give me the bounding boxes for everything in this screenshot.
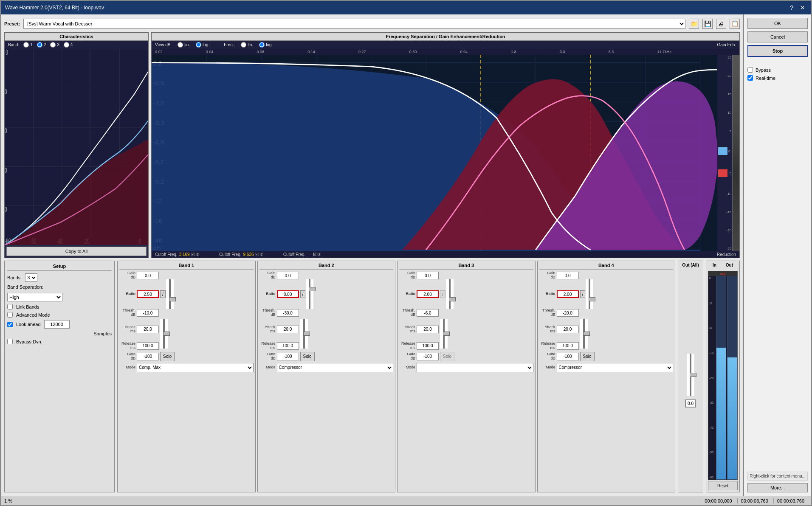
- out-all-slider[interactable]: [687, 354, 694, 396]
- bands-select[interactable]: 3 1 2 4: [25, 273, 37, 282]
- reset-btn[interactable]: Reset: [708, 481, 738, 490]
- freq-log-label[interactable]: log.: [259, 42, 273, 48]
- band2-gate-input[interactable]: [277, 353, 299, 360]
- band4-attack-input[interactable]: [557, 326, 579, 333]
- title-controls: ? ✕: [788, 4, 807, 11]
- band4-gain-input[interactable]: [557, 272, 579, 279]
- band1-attack-row: Attackms: [119, 319, 254, 340]
- band1-ratio-slider[interactable]: [166, 279, 174, 309]
- preset-copy-btn[interactable]: 📋: [730, 19, 740, 29]
- more-btn[interactable]: More...: [747, 483, 808, 492]
- lookahead-input[interactable]: [44, 320, 70, 329]
- band3-thresh-input[interactable]: [417, 309, 439, 317]
- lookahead-checkbox[interactable]: [7, 322, 13, 327]
- band1-thresh-input[interactable]: [137, 309, 159, 317]
- band1-release-input[interactable]: [137, 342, 159, 350]
- band2-gain-input[interactable]: [277, 272, 299, 279]
- help-button[interactable]: ?: [788, 4, 795, 11]
- band1-solo-btn[interactable]: Solo: [160, 352, 175, 361]
- band4-release-input[interactable]: [557, 342, 579, 350]
- view-lin-radio[interactable]: [178, 42, 183, 48]
- preset-bar: Preset: [Sys] Warm Vocal with Deesser 📁 …: [4, 18, 740, 30]
- band2-release-input[interactable]: [277, 342, 299, 350]
- band4-solo-btn[interactable]: Solo: [580, 352, 595, 361]
- band2-thresh-input[interactable]: [277, 309, 299, 317]
- gain-bar-blue: [718, 147, 727, 155]
- band3-gate-input[interactable]: [417, 353, 439, 360]
- char-graph: 0 -20 -40 -60 -80 -80 -60 -40 -20 0: [5, 49, 148, 245]
- freq-graph-area: 0.2 -0.8 -2.0 -3.3 -4.8 -6.7 -9.2 -12 -1…: [152, 55, 739, 251]
- band-sep-select[interactable]: High Low Medium: [7, 293, 62, 301]
- band4-ratio-slider[interactable]: [586, 279, 593, 309]
- link-bands-label: Link Bands: [16, 304, 39, 309]
- view-log-radio[interactable]: [196, 42, 201, 48]
- band4-radio[interactable]: [64, 42, 69, 48]
- preset-select[interactable]: [Sys] Warm Vocal with Deesser: [23, 19, 685, 29]
- freq-lin-radio[interactable]: [241, 42, 246, 48]
- in-meter-fill: [716, 348, 726, 479]
- band4-label[interactable]: 4: [64, 42, 73, 48]
- band1-label[interactable]: 1: [23, 42, 33, 48]
- band1-ratio-btn[interactable]: /: [160, 290, 166, 298]
- band2-ratio-btn[interactable]: /: [300, 290, 306, 298]
- band2-mode-row: Mode Compressor Comp. Max: [259, 363, 394, 372]
- band1-attack-input[interactable]: [137, 326, 159, 333]
- ratio-label-4: Ratio: [539, 292, 555, 296]
- band1-radio[interactable]: [23, 42, 29, 48]
- band2-label[interactable]: 2: [37, 42, 46, 48]
- band4-gate-input[interactable]: [557, 353, 579, 360]
- view-log-label[interactable]: log.: [196, 42, 209, 48]
- band2-solo-btn[interactable]: Solo: [300, 352, 315, 361]
- stop-btn[interactable]: Stop: [747, 45, 808, 57]
- bypass-dyn-checkbox[interactable]: [7, 339, 13, 344]
- band2-radio[interactable]: [37, 42, 42, 48]
- band2-mode-select[interactable]: Compressor Comp. Max: [277, 363, 394, 372]
- band4-mode-select[interactable]: Compressor Comp. Max: [557, 363, 674, 372]
- band3-gain-input[interactable]: [417, 272, 439, 279]
- meters-panel: In Out clip 0 -3 -6 -10: [706, 261, 740, 492]
- band2-ratio-row: Ratio /: [259, 281, 394, 307]
- band2-ratio-slider[interactable]: [306, 279, 313, 309]
- freq-log-radio[interactable]: [259, 42, 265, 48]
- band3-ratio-btn[interactable]: /: [440, 290, 445, 298]
- realtime-row: Real-time: [747, 75, 808, 81]
- out-all-value: 0.0: [688, 401, 694, 406]
- band1-mode-select[interactable]: Comp. Max Compressor: [137, 363, 254, 372]
- band3-attack-input[interactable]: [417, 326, 439, 333]
- band-label: Band:: [8, 42, 19, 47]
- freq-lin-label[interactable]: lin.: [241, 42, 253, 48]
- band1-mode-row: Mode Comp. Max Compressor: [119, 363, 254, 372]
- band1-gain-input[interactable]: [137, 272, 159, 279]
- view-lin-label[interactable]: lin.: [178, 42, 190, 48]
- band1-ratio-input[interactable]: [137, 290, 159, 298]
- band3-label[interactable]: 3: [50, 42, 59, 48]
- link-bands-checkbox[interactable]: [7, 304, 13, 309]
- band3-release-input[interactable]: [417, 342, 439, 350]
- band4-ratio-input[interactable]: [557, 290, 579, 298]
- cancel-btn[interactable]: Cancel: [747, 31, 808, 42]
- ratio-label-1: Ratio: [119, 292, 135, 296]
- close-button[interactable]: ✕: [798, 4, 807, 11]
- band3-ratio-slider[interactable]: [446, 279, 454, 309]
- band3-radio[interactable]: [50, 42, 56, 48]
- band2-attack-input[interactable]: [277, 326, 299, 333]
- band4-thresh-input[interactable]: [557, 309, 579, 317]
- cutoff2-label: Cutoff Freq.: [219, 252, 242, 257]
- preset-save-btn[interactable]: 💾: [702, 19, 713, 29]
- band3-mode-select[interactable]: Compressor: [417, 363, 533, 372]
- meters-title: In Out: [708, 263, 738, 269]
- preset-print-btn[interactable]: 🖨: [716, 19, 726, 29]
- preset-folder-btn[interactable]: 📁: [689, 19, 699, 29]
- gate-label-2: GatedB: [259, 352, 276, 361]
- band3-ratio-input[interactable]: [417, 290, 439, 298]
- band1-gate-input[interactable]: [137, 353, 159, 360]
- band2-ratio-input[interactable]: [277, 290, 299, 298]
- out-all-controls: 0.0: [685, 271, 696, 490]
- band4-ratio-btn[interactable]: /: [580, 290, 586, 298]
- copy-to-all-btn[interactable]: Copy to All: [6, 247, 147, 256]
- ok-btn[interactable]: OK: [747, 18, 808, 29]
- bypass-checkbox[interactable]: [747, 67, 753, 73]
- band3-solo-btn[interactable]: Solo: [440, 352, 454, 361]
- realtime-checkbox[interactable]: [747, 75, 753, 81]
- advanced-mode-checkbox[interactable]: [7, 312, 13, 318]
